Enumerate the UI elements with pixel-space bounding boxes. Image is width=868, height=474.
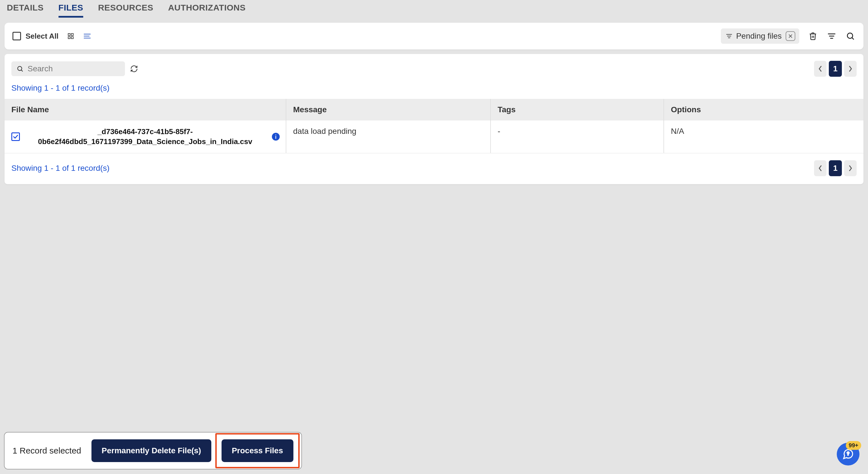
page-number[interactable]: 1 xyxy=(829,160,842,176)
page-next[interactable] xyxy=(844,61,857,77)
svg-line-16 xyxy=(852,38,854,39)
toolbar-card: Select All Pending files xyxy=(4,23,864,50)
search-input[interactable] xyxy=(28,64,120,73)
filter-lines-icon xyxy=(726,33,732,39)
row-message: data load pending xyxy=(286,120,490,153)
select-all-label: Select All xyxy=(26,32,59,41)
pagination-bottom: 1 xyxy=(814,160,857,176)
svg-rect-0 xyxy=(68,33,70,35)
page-prev[interactable] xyxy=(814,160,827,176)
tab-files[interactable]: FILES xyxy=(59,3,84,18)
table-search[interactable] xyxy=(11,61,125,76)
refresh-icon[interactable] xyxy=(129,64,138,73)
svg-point-15 xyxy=(847,33,852,38)
table-row[interactable]: _d736e464-737c-41b5-85f7-0b6e2f46dbd5_16… xyxy=(4,120,864,153)
grid-view-icon[interactable] xyxy=(66,32,75,40)
svg-rect-3 xyxy=(71,37,73,39)
row-options: N/A xyxy=(663,120,864,153)
chat-button[interactable]: ? 99+ xyxy=(837,443,860,466)
records-selected-label: 1 Record selected xyxy=(12,446,81,455)
row-tags: - xyxy=(490,120,663,153)
tab-authorizations[interactable]: AUTHORIZATIONS xyxy=(168,3,246,18)
showing-count-top: Showing 1 - 1 of 1 record(s) xyxy=(4,80,864,99)
search-icon xyxy=(17,65,24,73)
info-icon[interactable] xyxy=(272,132,280,141)
files-panel: 1 Showing 1 - 1 of 1 record(s) File Name… xyxy=(4,54,864,184)
process-files-button[interactable]: Process Files xyxy=(221,439,293,462)
svg-rect-21 xyxy=(276,135,276,136)
row-checkbox[interactable] xyxy=(11,132,20,141)
tab-bar: DETAILS FILES RESOURCES AUTHORIZATIONS xyxy=(0,0,868,18)
page-next[interactable] xyxy=(844,160,857,176)
delete-files-button[interactable]: Permanently Delete File(s) xyxy=(91,439,211,462)
page-number[interactable]: 1 xyxy=(829,61,842,77)
showing-count-bottom: Showing 1 - 1 of 1 record(s) xyxy=(11,164,110,173)
selection-footer: 1 Record selected Permanently Delete Fil… xyxy=(4,432,302,470)
pagination-top: 1 xyxy=(814,61,857,77)
svg-text:?: ? xyxy=(847,451,849,456)
svg-line-18 xyxy=(21,70,23,71)
list-view-icon[interactable] xyxy=(83,32,91,40)
svg-rect-2 xyxy=(68,37,70,39)
svg-rect-20 xyxy=(276,136,276,139)
filter-chip-pending[interactable]: Pending files xyxy=(721,28,799,44)
file-name: _d736e464-737c-41b5-85f7-0b6e2f46dbd5_16… xyxy=(26,127,279,147)
filter-chip-remove[interactable] xyxy=(786,31,795,41)
svg-point-17 xyxy=(18,66,22,71)
col-header-tags: Tags xyxy=(490,99,663,120)
col-header-message: Message xyxy=(286,99,490,120)
page-prev[interactable] xyxy=(814,61,827,77)
col-header-filename: File Name xyxy=(4,99,286,120)
filter-chip-label: Pending files xyxy=(736,32,782,41)
tab-details[interactable]: DETAILS xyxy=(7,3,44,18)
svg-rect-1 xyxy=(71,33,73,35)
col-header-options: Options xyxy=(663,99,864,120)
trash-icon[interactable] xyxy=(808,31,818,41)
select-all-checkbox[interactable] xyxy=(12,32,21,40)
table-header: File Name Message Tags Options xyxy=(4,99,864,120)
filter-icon[interactable] xyxy=(827,31,837,41)
tab-resources[interactable]: RESOURCES xyxy=(98,3,153,18)
search-icon[interactable] xyxy=(845,31,856,41)
chat-badge: 99+ xyxy=(846,441,861,450)
